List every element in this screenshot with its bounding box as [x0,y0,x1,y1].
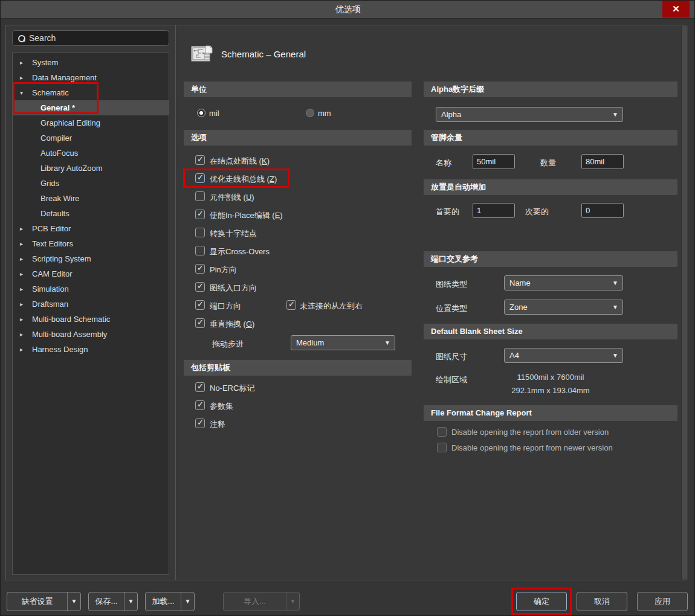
close-icon[interactable]: ✕ [662,1,690,18]
sheet-style-dropdown[interactable]: Name▼ [504,275,623,290]
radio-mil[interactable] [197,109,205,117]
checkbox-no-erc-markers[interactable] [195,382,205,392]
tree-item-data-management[interactable]: ▸Data Management [13,70,169,85]
checkbox-label: Disable opening the report from older ve… [451,428,609,437]
checkbox-parameter-sets[interactable] [195,400,205,410]
pin-qty-margin-input[interactable] [581,154,624,169]
tree-item-compiler[interactable]: Compiler [13,130,169,146]
chevron-down-icon: ▼ [384,336,390,350]
chevron-down-icon: ▾ [20,85,23,100]
secondary-label: 次要的 [525,207,549,217]
tree-item-system[interactable]: ▸System [13,55,169,70]
chevron-down-icon: ▼ [286,592,299,611]
checkbox-label: 注释 [210,419,225,430]
checkbox-unconnected-left-to-right[interactable] [286,300,296,310]
defaults-button[interactable]: 缺省设置 ▼ [7,592,81,611]
chevron-right-icon: ▸ [20,297,23,312]
dialog-title: 优选项 [1,4,695,15]
scrollbar-thumb[interactable] [682,26,687,579]
secondary-input[interactable] [581,203,624,218]
search-input[interactable] [29,33,156,43]
alpha-suffix-dropdown[interactable]: Alpha▼ [436,107,623,122]
checkbox-break-wires-at-junction[interactable] [195,155,205,165]
primary-label: 首要的 [436,207,459,217]
section-port-cross-references: 端口交叉参考 [424,251,677,267]
cancel-button[interactable]: 取消 [577,592,627,611]
tree-item-pcb-editor[interactable]: ▸PCB Editor [13,221,169,236]
checkbox-label: 参数集 [210,401,233,412]
pin-name-margin-input[interactable] [473,154,515,169]
save-button[interactable]: 保存... ▼ [88,592,138,611]
chevron-down-icon[interactable]: ▼ [67,592,80,611]
tree-item-multi-board-schematic[interactable]: ▸Multi-board Schematic [13,312,169,327]
checkbox-convert-cross-junctions[interactable] [195,228,205,237]
tree-item-grids[interactable]: Grids [13,176,169,191]
tree-item-autofocus[interactable]: AutoFocus [13,146,169,161]
section-pin-margin: 管脚余量 [424,130,677,146]
ok-button[interactable]: 确定 [516,592,567,611]
dialog-title-bar: 优选项 ✕ [1,1,695,19]
chevron-right-icon: ▸ [20,70,23,85]
sheet-size-dropdown[interactable]: A4▼ [504,348,623,363]
checkbox-components-cut-wires[interactable] [195,191,205,201]
checkbox-enable-inplace-editing[interactable] [195,210,205,219]
tree-item-draftsman[interactable]: ▸Draftsman [13,297,169,312]
tree-item-multi-board-assembly[interactable]: ▸Multi-board Assembly [13,327,169,342]
checkbox-label: 显示Cross-Overs () [210,246,270,257]
page-title: Schematic – General [221,49,306,59]
tree-item-cam-editor[interactable]: ▸CAM Editor [13,266,169,281]
checkbox-pin-direction[interactable] [195,264,205,274]
section-units: 单位 [184,82,412,97]
chevron-down-icon[interactable]: ▼ [124,592,137,611]
checkbox-disable-report-newer[interactable] [437,443,447,452]
drag-step-dropdown[interactable]: Medium▼ [291,335,395,350]
tree-item-simulation[interactable]: ▸Simulation [13,281,169,297]
tree-item-harness-design[interactable]: ▸Harness Design [13,342,169,357]
checkbox-drag-orthogonal[interactable] [195,318,205,328]
chevron-right-icon: ▸ [20,236,23,251]
checkbox-port-direction[interactable] [195,300,205,310]
tree-item-graphical-editing[interactable]: Graphical Editing [13,115,169,130]
checkbox-disable-report-older[interactable] [437,427,447,437]
checkbox-label: 未连接的从左到右 [300,301,363,312]
tree-item-defaults[interactable]: Defaults [13,206,169,221]
search-box[interactable] [12,30,169,46]
tree-item-text-editors[interactable]: ▸Text Editors [13,236,169,251]
chevron-right-icon: ▸ [20,281,23,297]
chevron-right-icon: ▸ [20,55,23,70]
checkbox-label: 转换十字结点 () [210,228,257,239]
chevron-right-icon: ▸ [20,327,23,342]
apply-button[interactable]: 应用 [637,592,688,611]
checkbox-label: 端口方向 () [210,301,241,312]
chevron-right-icon: ▸ [20,312,23,327]
checkbox-label: 优化走线和总线 (Z) [210,174,277,185]
checkbox-label: Pin方向 () [210,265,237,275]
load-button[interactable]: 加载... ▼ [145,592,195,611]
pin-qty-label: 数量 [540,156,558,170]
tree-item-schematic[interactable]: ▾Schematic [13,85,169,100]
checkbox-label: 在结点处断线 (K) [210,156,270,167]
radio-mm[interactable] [306,109,314,117]
drawing-area-mm: 292.1mm x 193.04mm [478,386,623,395]
location-style-dropdown[interactable]: Zone▼ [504,300,623,315]
section-auto-increment: 放置是自动增加 [424,179,677,195]
checkbox-optimize-wires-buses[interactable] [195,173,205,183]
chevron-right-icon: ▸ [20,266,23,281]
tree-item-break-wire[interactable]: Break Wire [13,191,169,206]
tree-item-library-autozoom[interactable]: Library AutoZoom [13,161,169,176]
chevron-down-icon: ▼ [612,107,618,121]
chevron-right-icon: ▸ [20,342,23,357]
import-button: 导入... ▼ [223,592,300,611]
primary-input[interactable] [473,203,515,218]
chevron-down-icon: ▼ [612,348,618,362]
chevron-down-icon[interactable]: ▼ [181,592,194,611]
checkbox-sheet-entry-direction[interactable] [195,282,205,292]
section-default-blank-sheet-size: Default Blank Sheet Size [424,324,677,339]
section-alpha-suffix: Alpha数字后缀 [424,82,677,97]
checkbox-display-cross-overs[interactable] [195,246,205,255]
checkbox-notes[interactable] [195,419,205,428]
drawing-area-label: 绘制区域 [436,373,470,387]
tree-item-scripting-system[interactable]: ▸Scripting System [13,251,169,266]
tree-item-general[interactable]: General * [13,100,169,115]
checkbox-label: 使能In-Place编辑 (E) [210,210,283,221]
